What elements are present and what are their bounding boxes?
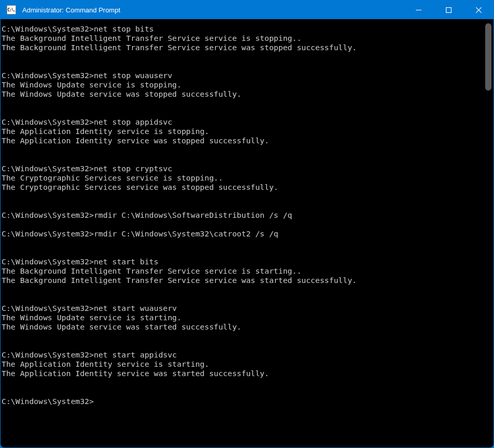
maximize-icon [446, 7, 452, 13]
terminal-output[interactable]: C:\Windows\System32>net stop bits The Ba… [1, 19, 493, 447]
window-title: Administrator: Command Prompt [22, 6, 403, 14]
minimize-icon [416, 7, 422, 13]
scrollbar-thumb[interactable] [485, 23, 491, 91]
titlebar[interactable]: C:\. Administrator: Command Prompt [1, 1, 493, 19]
command-block: C:\Windows\System32>net stop appidsvc Th… [2, 117, 492, 145]
cmd-icon: C:\. [7, 5, 16, 14]
command-block: C:\Windows\System32>net start wuauserv T… [2, 304, 492, 332]
command-block: C:\Windows\System32>net stop bits The Ba… [2, 24, 492, 52]
command-block: C:\Windows\System32>net start bits The B… [2, 257, 492, 285]
command-prompt-window: C:\. Administrator: Command Prompt C:\Wi… [0, 0, 494, 448]
maximize-button[interactable] [433, 1, 463, 19]
command-block: C:\Windows\System32> [2, 397, 492, 406]
terminal-wrapper: C:\Windows\System32>net stop bits The Ba… [1, 19, 493, 447]
command-block: C:\Windows\System32>net start appidsvc T… [2, 350, 492, 378]
command-block: C:\Windows\System32>rmdir C:\Windows\Sys… [2, 229, 492, 238]
minimize-button[interactable] [403, 1, 433, 19]
close-button[interactable] [463, 1, 493, 19]
svg-rect-1 [446, 7, 451, 12]
window-controls [403, 1, 493, 19]
command-block: C:\Windows\System32>net stop cryptsvc Th… [2, 164, 492, 192]
command-block: C:\Windows\System32>net stop wuauserv Th… [2, 71, 492, 99]
command-block: C:\Windows\System32>rmdir C:\Windows\Sof… [2, 211, 492, 220]
close-icon [476, 7, 482, 13]
